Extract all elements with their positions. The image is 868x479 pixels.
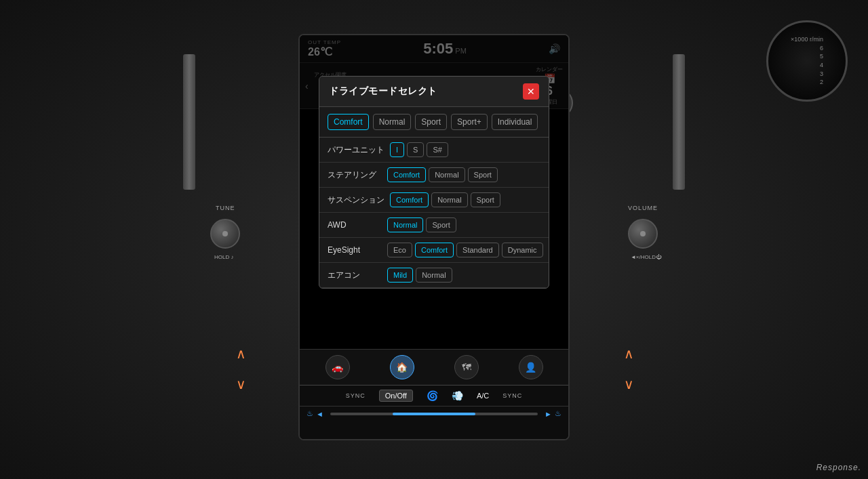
response-logo: Response. [816,463,861,472]
mute-hold-label: ◄×/HOLD⏻ [631,254,661,260]
drive-mode-dialog: ドライブモードセレクト ✕ Comfort Normal Sport Sport… [319,76,549,289]
temp-right-icon: ♨ [555,409,561,418]
tune-label: TUNE [216,205,235,211]
volume-label-area: VOLUME [628,205,658,211]
aircon-row: エアコン Mild Normal [319,263,549,288]
dialog-title: ドライブモードセレクト [329,85,437,98]
eyesight-options: Eco Comfort Standard Dynamic [387,243,543,257]
temp-left-control[interactable]: ◄ [316,410,323,418]
tab-individual[interactable]: Individual [492,114,538,130]
dialog-header: ドライブモードセレクト ✕ [319,77,549,107]
tune-label-area: TUNE [216,205,235,211]
climate-ac-label: A/C [477,392,489,400]
mode-tabs-row: Comfort Normal Sport Sport+ Individual [319,107,549,138]
climate-sync-left: SYNC [346,392,366,399]
climate-top-row: SYNC On/Off 🌀 💨 A/C SYNC [298,386,570,407]
power-unit-label: パワーユニット [328,144,384,156]
awd-options: Normal Sport [387,217,456,232]
climate-fan-slider[interactable] [330,413,538,415]
aircon-mild-button[interactable]: Mild [387,268,413,283]
right-down-button[interactable]: ∨ [624,376,634,392]
suspension-row: サスペンション Comfort Normal Sport [319,188,549,213]
tab-sport-plus[interactable]: Sport+ [451,114,488,130]
steering-normal-button[interactable]: Normal [429,167,465,182]
eyesight-comfort-button[interactable]: Comfort [415,243,454,257]
eyesight-standard-button[interactable]: Standard [456,243,499,257]
tachometer: ×1000 r/min65432 [766,20,848,102]
climate-bottom-row: ♨ ◄ ► ♨ [298,407,570,421]
eyesight-label: EyeSight [328,245,382,255]
settings-rows: パワーユニット I S S# ステアリング Comfort Normal Spo… [319,138,549,288]
climate-bar: SYNC On/Off 🌀 💨 A/C SYNC ♨ ◄ ► ♨ [298,385,570,439]
awd-row: AWD Normal Sport [319,213,549,238]
suspension-label: サスペンション [328,194,384,206]
steering-sport-button[interactable]: Sport [468,167,498,182]
awd-normal-button[interactable]: Normal [387,217,423,232]
aircon-normal-button[interactable]: Normal [416,268,452,283]
nav-user-button[interactable]: 👤 [519,355,543,379]
left-down-button[interactable]: ∨ [236,376,246,392]
nav-home-button[interactable]: 🏠 [390,355,414,379]
hold-label: HOLD ♪ [214,254,233,260]
left-up-button[interactable]: ∧ [236,346,246,362]
nav-map-button[interactable]: 🗺 [454,355,479,379]
temp-right-control[interactable]: ► [545,410,552,418]
right-up-button[interactable]: ∧ [624,346,634,362]
climate-temp-left: ♨ ◄ [307,409,323,418]
nav-car-button[interactable]: 🚗 [326,355,350,379]
bottom-nav-bar: 🚗 🏠 🗺 👤 [300,349,568,385]
close-button[interactable]: ✕ [523,83,539,100]
right-vent [673,54,685,190]
eyesight-eco-button[interactable]: Eco [387,243,412,257]
volume-label: VOLUME [628,205,658,211]
steering-label: ステアリング [328,169,382,181]
climate-fan-icon: 🌀 [427,390,438,401]
aircon-label: エアコン [328,270,382,281]
suspension-sport-button[interactable]: Sport [471,192,500,207]
modal-overlay: ドライブモードセレクト ✕ Comfort Normal Sport Sport… [300,35,568,385]
awd-sport-button[interactable]: Sport [426,217,456,232]
steering-row: ステアリング Comfort Normal Sport [319,163,549,188]
eyesight-row: EyeSight Eco Comfort Standard Dynamic [319,238,549,263]
power-i-button[interactable]: I [390,142,404,157]
tune-knob[interactable] [210,219,240,249]
power-s-button[interactable]: S [407,142,424,157]
temp-left-icon: ♨ [307,409,313,418]
climate-onoff-button[interactable]: On/Off [379,390,413,402]
steering-comfort-button[interactable]: Comfort [387,167,426,182]
climate-slider-fill [393,413,476,415]
suspension-comfort-button[interactable]: Comfort [390,192,429,207]
eyesight-dynamic-button[interactable]: Dynamic [502,243,543,257]
tab-normal[interactable]: Normal [373,114,412,130]
aircon-options: Mild Normal [387,268,452,283]
power-unit-row: パワーユニット I S S# [319,138,549,163]
power-s-sharp-button[interactable]: S# [427,142,448,157]
awd-label: AWD [328,220,382,230]
tab-sport[interactable]: Sport [415,114,447,130]
climate-temp-right: ► ♨ [545,409,561,418]
suspension-normal-button[interactable]: Normal [431,192,467,207]
steering-options: Comfort Normal Sport [387,167,498,182]
tab-comfort[interactable]: Comfort [328,114,369,130]
climate-sync-right: SYNC [502,392,522,399]
climate-airflow-icon: 💨 [452,390,463,401]
left-vent [183,54,195,190]
suspension-options: Comfort Normal Sport [390,192,500,207]
infotainment-screen: OUT TEMP 26℃ 5:05 PM 🔊 ‹ アクセル開度 🚗 0% 平均燃… [298,34,570,440]
power-unit-options: I S S# [390,142,448,157]
volume-knob[interactable] [628,219,658,249]
